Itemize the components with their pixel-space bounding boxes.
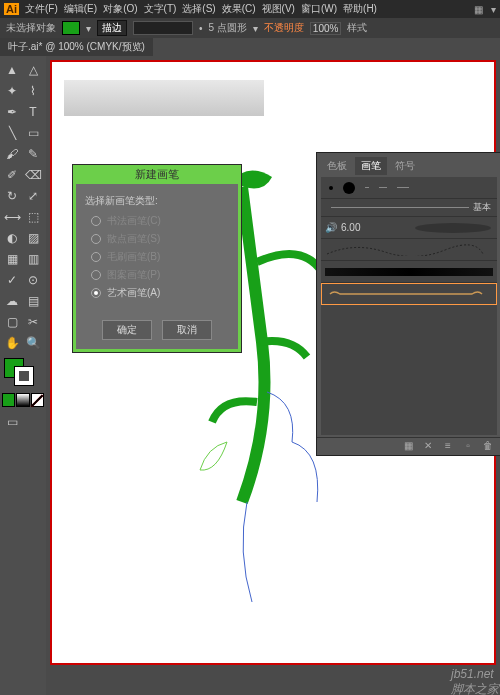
zoom-tool[interactable]: 🔍 [23,333,43,353]
artboard-tool[interactable]: ▢ [2,312,22,332]
type-tool[interactable]: T [23,102,43,122]
scale-tool[interactable]: ⤢ [23,186,43,206]
rotate-tool[interactable]: ↻ [2,186,22,206]
watermark: jb51.net脚本之家 [451,667,499,695]
svg-point-0 [415,223,491,233]
new-brush-icon[interactable]: ▫ [461,440,475,454]
blend-tool[interactable]: ⊙ [23,270,43,290]
brush-row-size[interactable]: 🔊6.00 [321,217,497,239]
new-brush-dialog: 新建画笔 选择新画笔类型: 书法画笔(C) 散点画笔(S) 毛刷画笔(B) 图案… [72,164,242,353]
document-tab[interactable]: 叶子.ai* @ 100% (CMYK/预览) [0,38,153,56]
ok-button[interactable]: 确定 [102,320,152,340]
symbol-sprayer-tool[interactable]: ☁ [2,291,22,311]
tab-brushes[interactable]: 画笔 [355,157,387,175]
opacity-value[interactable]: 100% [310,22,342,35]
menu-window[interactable]: 窗口(W) [301,2,337,16]
selection-status: 未选择对象 [6,21,56,35]
mesh-tool[interactable]: ▦ [2,249,22,269]
menu-type[interactable]: 文字(T) [144,2,177,16]
brush-row-basic[interactable]: 基本 [321,199,497,217]
placeholder-rect [64,80,264,116]
chevron-down-icon[interactable]: ▾ [253,23,258,34]
opacity-label[interactable]: 不透明度 [264,21,304,35]
rectangle-tool[interactable]: ▭ [23,123,43,143]
tab-swatches[interactable]: 色板 [321,157,353,175]
gradient-tool[interactable]: ▥ [23,249,43,269]
radio-pattern[interactable]: 图案画笔(P) [91,268,229,282]
shape-builder-tool[interactable]: ◐ [2,228,22,248]
options-icon[interactable]: ≡ [441,440,455,454]
screen-mode[interactable]: ▭ [2,412,22,432]
document-tabs: 叶子.ai* @ 100% (CMYK/预览) [0,38,500,56]
chevron-down-icon[interactable]: ▾ [86,23,91,34]
free-transform-tool[interactable]: ⬚ [23,207,43,227]
stroke-weight-dropdown[interactable] [133,21,193,35]
radio-scatter[interactable]: 散点画笔(S) [91,232,229,246]
radio-calligraphic[interactable]: 书法画笔(C) [91,214,229,228]
tab-symbols[interactable]: 符号 [389,157,421,175]
menu-help[interactable]: 帮助(H) [343,2,377,16]
fill-swatch[interactable] [62,21,80,35]
menu-file[interactable]: 文件(F) [25,2,58,16]
slice-tool[interactable]: ✂ [23,312,43,332]
direct-selection-tool[interactable]: △ [23,60,43,80]
hand-tool[interactable]: ✋ [2,333,22,353]
toolbox: ▲△ ✦⌇ ✒T ╲▭ 🖌✎ ✐⌫ ↻⤢ ⟷⬚ ◐▨ ▦▥ ✓⊙ ☁▤ ▢✂ ✋… [0,56,46,695]
perspective-tool[interactable]: ▨ [23,228,43,248]
remove-stroke-icon[interactable]: ✕ [421,440,435,454]
control-bar: 未选择对象 ▾ 描边 • 5 点圆形 ▾ 不透明度 100% 样式 [0,18,500,38]
menu-object[interactable]: 对象(O) [103,2,137,16]
layout-icon[interactable]: ▦ [474,4,483,15]
brush-row-dotted[interactable] [321,239,497,261]
eraser-tool[interactable]: ⌫ [23,165,43,185]
delete-icon[interactable]: 🗑 [481,440,495,454]
menu-edit[interactable]: 编辑(E) [64,2,97,16]
menu-effect[interactable]: 效果(C) [222,2,256,16]
cancel-button[interactable]: 取消 [162,320,212,340]
menubar: Ai 文件(F) 编辑(E) 对象(O) 文字(T) 选择(S) 效果(C) 视… [0,0,500,18]
magic-wand-tool[interactable]: ✦ [2,81,22,101]
app-logo: Ai [4,3,19,15]
line-tool[interactable]: ╲ [2,123,22,143]
paintbrush-tool[interactable]: 🖌 [2,144,22,164]
selection-tool[interactable]: ▲ [2,60,22,80]
brush-row-calligraphic[interactable] [321,177,497,199]
radio-bristle[interactable]: 毛刷画笔(B) [91,250,229,264]
dialog-label: 选择新画笔类型: [85,194,229,208]
dialog-title: 新建画笔 [73,165,241,184]
gradient-mode[interactable] [16,393,29,407]
brush-list-empty [321,305,497,435]
menu-view[interactable]: 视图(V) [262,2,295,16]
stroke-button[interactable]: 描边 [97,20,127,36]
lasso-tool[interactable]: ⌇ [23,81,43,101]
graph-tool[interactable]: ▤ [23,291,43,311]
pen-tool[interactable]: ✒ [2,102,22,122]
brushes-panel: 色板 画笔 符号 基本 🔊6.00 [316,152,500,456]
dropdown-icon[interactable]: ▾ [491,4,496,15]
eyedropper-tool[interactable]: ✓ [2,270,22,290]
blob-brush-tool[interactable]: ✐ [2,165,22,185]
menu-select[interactable]: 选择(S) [182,2,215,16]
color-mode[interactable] [2,393,15,407]
library-icon[interactable]: ▦ [401,440,415,454]
pencil-tool[interactable]: ✎ [23,144,43,164]
status-bar [46,671,500,695]
stroke-color[interactable] [14,366,34,386]
canvas-area: 新建画笔 选择新画笔类型: 书法画笔(C) 散点画笔(S) 毛刷画笔(B) 图案… [46,56,500,695]
brush-preset[interactable]: 5 点圆形 [209,21,247,35]
fill-stroke-control[interactable] [2,358,44,390]
brush-row-charcoal[interactable] [321,261,497,283]
artboard[interactable]: 新建画笔 选择新画笔类型: 书法画笔(C) 散点画笔(S) 毛刷画笔(B) 图案… [50,60,496,665]
style-label[interactable]: 样式 [347,21,367,35]
width-tool[interactable]: ⟷ [2,207,22,227]
radio-art[interactable]: 艺术画笔(A) [91,286,229,300]
brush-row-selected[interactable] [321,283,497,305]
none-mode[interactable] [31,393,44,407]
